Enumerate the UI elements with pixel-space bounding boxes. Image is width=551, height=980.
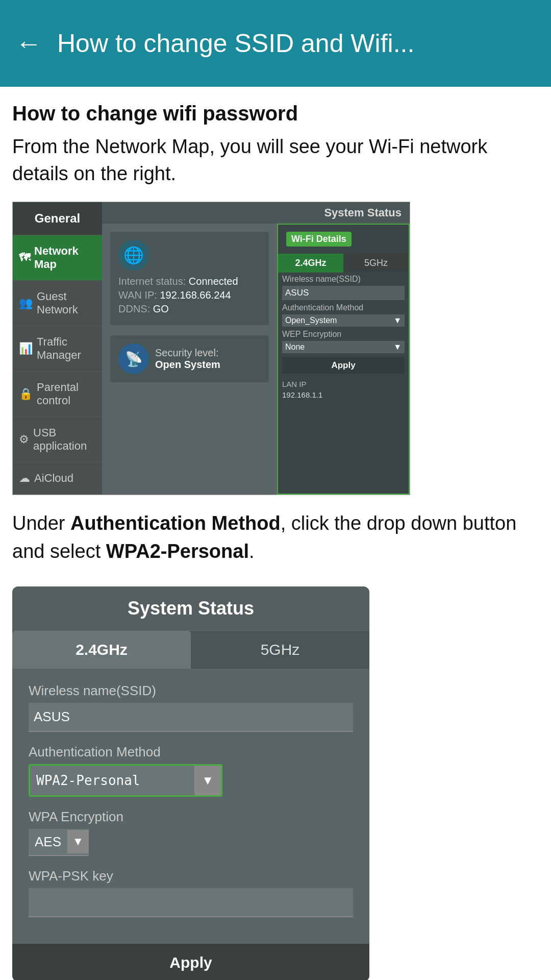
ss2-auth-select[interactable]: WPA2-Personal ▼ <box>29 764 222 797</box>
section-heading: How to change wifi password <box>12 102 539 125</box>
network-map-icon: 🗺 <box>19 251 30 264</box>
instruction-pre: Under <box>12 512 70 534</box>
enc-select[interactable]: None ▼ <box>282 341 405 353</box>
instruction-bold-2: WPA2-Personal <box>106 541 249 562</box>
sidebar-header: General <box>13 202 102 235</box>
instruction-paragraph: Under Authentication Method, click the d… <box>12 509 539 566</box>
content-area: How to change wifi password From the Net… <box>0 87 551 980</box>
guest-network-icon: 👥 <box>19 297 33 310</box>
auth-method-label: Authentication Method <box>278 301 409 313</box>
apply-button-1[interactable]: Apply <box>282 357 405 374</box>
app-header: ← How to change SSID and Wifi... <box>0 0 551 87</box>
ss2-auth-label: Authentication Method <box>29 744 353 760</box>
ss2-title: System Status <box>12 586 369 631</box>
sidebar-item-network-map[interactable]: 🗺 Network Map <box>13 235 102 281</box>
ss2-psk-input[interactable] <box>29 888 353 917</box>
parental-control-icon: 🔒 <box>19 387 33 401</box>
lan-ip-label: LAN IP <box>278 378 409 389</box>
wifi-details-tabs: 2.4GHz 5GHz <box>278 254 409 273</box>
ss2-enc-label: WPA Encryption <box>29 809 353 825</box>
usb-icon: ⚙ <box>19 433 29 446</box>
router-left-panel: 🌐 Internet status: Connected WAN IP: 192… <box>102 224 277 495</box>
auth-method-select[interactable]: Open_System ▼ <box>282 314 405 327</box>
globe-icon: 🌐 <box>118 240 149 271</box>
ss2-body: Wireless name(SSID) Authentication Metho… <box>12 669 369 944</box>
ss2-tabs: 2.4GHz 5GHz <box>12 631 369 669</box>
instruction-bold-1: Authentication Method <box>70 512 281 534</box>
tab-2-4ghz[interactable]: 2.4GHz <box>278 254 343 273</box>
ss2-auth-value: WPA2-Personal <box>30 766 194 795</box>
ss2-auth-arrow[interactable]: ▼ <box>194 766 221 795</box>
traffic-manager-icon: 📊 <box>19 342 33 355</box>
ss2-psk-label: WPA-PSK key <box>29 868 353 884</box>
security-box: 📡 Security level: Open System <box>110 335 269 382</box>
sidebar-item-aicloud[interactable]: ☁ AiCloud <box>13 462 102 495</box>
ss2-tab-2-4ghz[interactable]: 2.4GHz <box>12 631 191 669</box>
router-main-area: System Status 🌐 Internet status: Connect… <box>102 202 410 495</box>
ssid-label: Wireless name(SSID) <box>278 273 409 285</box>
ss2-enc-row: AES ▼ <box>29 829 353 856</box>
ss2-ssid-input[interactable] <box>29 703 353 732</box>
ss2-enc-value: AES <box>29 829 67 855</box>
screenshot-1: General 🗺 Network Map 👥 Guest Network 📊 … <box>12 202 410 495</box>
internet-status-box: 🌐 Internet status: Connected WAN IP: 192… <box>110 232 269 325</box>
ssid-value: ASUS <box>282 286 405 300</box>
sidebar-item-guest-network[interactable]: 👥 Guest Network <box>13 281 102 326</box>
router-sidebar: General 🗺 Network Map 👥 Guest Network 📊 … <box>13 202 102 495</box>
sidebar-item-usb-application[interactable]: ⚙ USB application <box>13 417 102 462</box>
sidebar-item-parental-control[interactable]: 🔒 Parental control <box>13 372 102 417</box>
tab-5ghz[interactable]: 5GHz <box>343 254 409 273</box>
lan-ip-value: 192.168.1.1 <box>278 389 409 400</box>
router-content: 🌐 Internet status: Connected WAN IP: 192… <box>102 224 410 495</box>
wifi-details-badge: Wi-Fi Details <box>286 232 352 247</box>
ss2-apply-button[interactable]: Apply <box>12 944 369 980</box>
wifi-router-icon: 📡 <box>118 344 149 374</box>
ss2-enc-arrow[interactable]: ▼ <box>67 830 89 853</box>
aicloud-icon: ☁ <box>19 472 30 485</box>
ss2-tab-5ghz[interactable]: 5GHz <box>191 631 369 669</box>
enc-label: WEP Encryption <box>278 328 409 340</box>
system-status-label: System Status <box>102 202 410 224</box>
back-button[interactable]: ← <box>15 28 42 59</box>
ss2-ssid-label: Wireless name(SSID) <box>29 683 353 699</box>
sidebar-item-traffic-manager[interactable]: 📊 Traffic Manager <box>13 326 102 372</box>
ss2-enc-select[interactable]: AES ▼ <box>29 829 89 856</box>
header-title: How to change SSID and Wifi... <box>57 29 414 58</box>
section-description: From the Network Map, you will see your … <box>12 133 539 187</box>
screenshot-2: System Status 2.4GHz 5GHz Wireless name(… <box>12 586 369 980</box>
wifi-details-panel: Wi-Fi Details 2.4GHz 5GHz Wireless name(… <box>277 224 410 495</box>
instruction-end: . <box>249 541 255 562</box>
